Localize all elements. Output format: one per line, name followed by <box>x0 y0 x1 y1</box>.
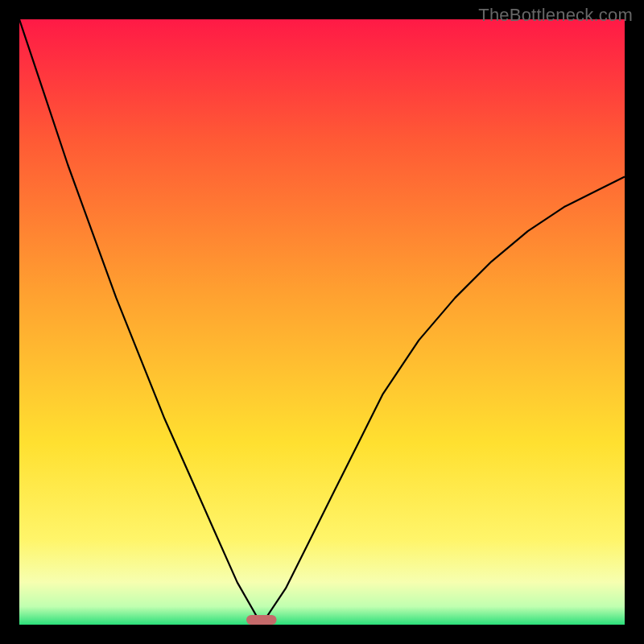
bottleneck-curve <box>19 19 625 625</box>
chart-container: TheBottleneck.com <box>0 0 644 644</box>
watermark: TheBottleneck.com <box>478 5 633 26</box>
optimal-marker <box>246 615 277 625</box>
